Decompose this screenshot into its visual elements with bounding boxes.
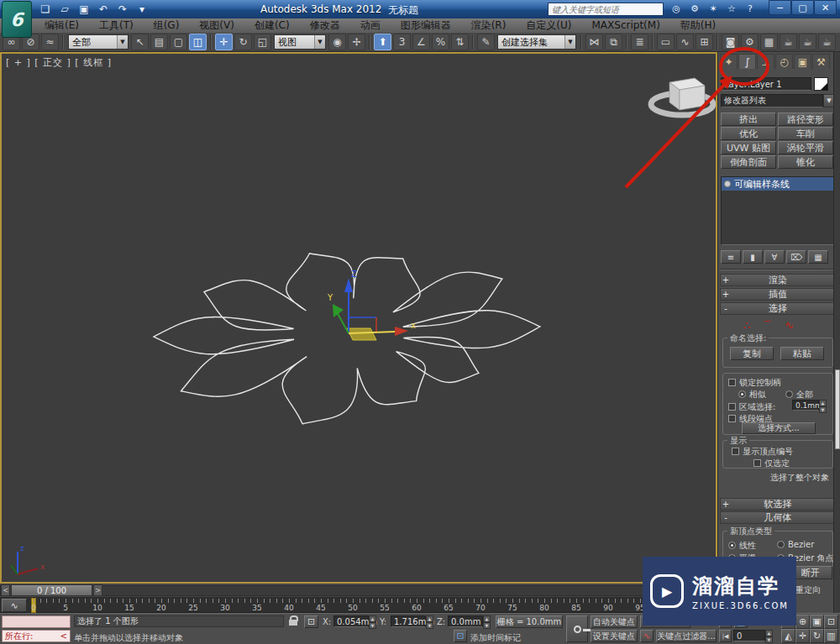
modifier-button[interactable]: 路径变形: [778, 113, 833, 126]
y-coordinate-field[interactable]: 1.716mm: [391, 615, 426, 627]
render-iterative-button[interactable]: ☕: [799, 34, 816, 50]
use-pivot-point-center-button[interactable]: ◉: [328, 34, 346, 50]
layer-manager-button[interactable]: ≣: [631, 34, 648, 50]
reference-coordinate-system-dropdown[interactable]: 视图▼: [274, 34, 326, 50]
stack-item-editable-spline[interactable]: 可编辑样条线: [722, 177, 834, 191]
new-key-tangent-icon[interactable]: ∿: [640, 630, 654, 642]
lock-handles-checkbox[interactable]: 锁定控制柄: [728, 377, 781, 389]
all-radio[interactable]: 全部: [785, 389, 813, 401]
infocenter-search-input[interactable]: [548, 3, 664, 16]
select-and-scale-button[interactable]: ◱: [254, 34, 271, 50]
edit-named-selection-sets-button[interactable]: ✎: [477, 34, 495, 50]
frame-spinner[interactable]: ▲▼: [765, 630, 773, 641]
graphite-ribbon-toggle[interactable]: ▭: [657, 34, 675, 50]
select-and-manipulate-button[interactable]: ✢: [348, 34, 365, 50]
tab-display[interactable]: ▣: [794, 54, 811, 69]
go-to-start-button[interactable]: |◀: [719, 630, 732, 642]
tab-utilities[interactable]: ⚒: [812, 54, 830, 69]
area-selection-checkbox[interactable]: 区域选择:: [728, 401, 775, 413]
layer-name-field[interactable]: Layer:Layer 1: [721, 77, 811, 91]
rollout-geometry[interactable]: -几何体: [720, 511, 836, 524]
auto-key-button[interactable]: 自动关键点: [591, 615, 638, 628]
modifier-button[interactable]: UVW 贴图: [721, 141, 776, 154]
menu-edit[interactable]: 编辑(E): [35, 18, 88, 34]
x-spinner[interactable]: ▲▼: [369, 615, 376, 627]
vt-bezier-radio[interactable]: Bezier: [777, 540, 814, 549]
align-button[interactable]: ⧉: [605, 34, 622, 50]
rollout-selection[interactable]: -选择: [720, 302, 836, 315]
rollout-soft-selection[interactable]: +软选择: [720, 498, 836, 510]
selected-only-checkbox[interactable]: 仅选定: [753, 458, 790, 469]
viewcube-right-face[interactable]: [680, 86, 705, 110]
rendered-frame-window-button[interactable]: ▦: [760, 34, 778, 50]
remove-modifier-button[interactable]: ⌦: [786, 250, 806, 264]
spline-subobject-button[interactable]: ∿: [785, 319, 794, 334]
maxscript-listener-line[interactable]: 所在行:<: [2, 630, 71, 642]
search-icon[interactable]: ◎: [669, 2, 684, 16]
previous-frame-button[interactable]: <: [1, 584, 10, 596]
menu-rendering[interactable]: 渲染(R): [462, 18, 516, 34]
menu-customize[interactable]: 自定义(U): [517, 18, 580, 34]
area-selection-spinner[interactable]: ▲▼: [819, 400, 827, 411]
viewport[interactable]: [ + ] [ 正交 ] [ 线框 ] Z Y x z x: [0, 52, 717, 584]
modifier-stack[interactable]: 可编辑样条线: [721, 176, 835, 245]
paste-button[interactable]: 粘贴: [780, 347, 824, 360]
spline-shape[interactable]: [154, 254, 540, 424]
subscription-icon[interactable]: ⚙: [687, 2, 702, 16]
curve-editor-button[interactable]: ∿: [676, 34, 694, 50]
z-coordinate-field[interactable]: 0.0mm: [448, 615, 483, 627]
modifier-button[interactable]: 车削: [778, 127, 833, 140]
tab-modify[interactable]: ∫: [738, 54, 756, 69]
close-button[interactable]: ✕: [814, 0, 837, 15]
configure-modifier-sets-button[interactable]: ▦: [808, 250, 828, 264]
select-and-move-button[interactable]: ✛: [215, 34, 233, 50]
field-of-view-button[interactable]: ◭: [781, 629, 795, 643]
favorites-star-icon[interactable]: ☆: [724, 2, 739, 16]
modifier-button[interactable]: 涡轮平滑: [778, 141, 833, 154]
select-by-button[interactable]: 选择方式...: [742, 422, 816, 434]
panel-scrollbar[interactable]: [833, 52, 840, 614]
next-frame-button[interactable]: >: [93, 584, 102, 596]
render-production-button[interactable]: ☕: [780, 34, 797, 50]
area-selection-value[interactable]: 0.1mm: [792, 400, 819, 411]
chevron-down-icon[interactable]: ▼: [314, 35, 325, 49]
select-and-rotate-button[interactable]: ↻: [234, 34, 252, 50]
chevron-down-icon[interactable]: ▼: [117, 35, 128, 49]
rollout-interpolation[interactable]: +插值: [720, 288, 836, 301]
add-time-tag[interactable]: 添加时间标记: [470, 632, 521, 644]
modifier-button[interactable]: 倒角剖面: [721, 155, 776, 169]
snaps-toggle-3d[interactable]: 3: [393, 34, 411, 50]
make-unique-button[interactable]: ∀: [764, 250, 785, 264]
mirror-button[interactable]: ⋈: [585, 34, 603, 50]
pin-stack-button[interactable]: ≡: [721, 250, 741, 264]
keyboard-shortcut-override-toggle[interactable]: ⬆: [374, 34, 391, 50]
maximize-button[interactable]: ▢: [791, 0, 814, 15]
schematic-view-button[interactable]: ⊞: [696, 34, 713, 50]
redo-button[interactable]: ↷: [114, 2, 131, 16]
tab-motion[interactable]: ◴: [775, 54, 793, 69]
menu-tools[interactable]: 工具(T): [90, 18, 143, 34]
menu-maxscript[interactable]: MAXScript(M): [583, 18, 669, 32]
visibility-bulb-icon[interactable]: [724, 181, 731, 187]
gizmo-xy-plane[interactable]: [347, 328, 376, 340]
zoom-all-button[interactable]: ⊕: [795, 615, 810, 629]
rectangular-selection-region-button[interactable]: ▢: [170, 34, 187, 50]
x-coordinate-field[interactable]: 0.054mm: [333, 615, 369, 627]
render-setup-button[interactable]: ⚙: [741, 34, 759, 50]
y-spinner[interactable]: ▲▼: [426, 615, 433, 627]
bind-to-space-warp-button[interactable]: ≈: [41, 34, 59, 50]
help-icon[interactable]: ?: [743, 2, 758, 16]
selection-filter-dropdown[interactable]: 全部▼: [68, 34, 129, 50]
time-slider-handle[interactable]: 0 / 100: [11, 584, 92, 596]
material-editor-button[interactable]: ◙: [722, 34, 739, 50]
select-object-button[interactable]: ↖: [131, 34, 149, 50]
percent-snap-toggle[interactable]: %: [432, 34, 449, 50]
quick-access-options[interactable]: ▾: [134, 2, 150, 16]
modifier-button[interactable]: 优化: [721, 127, 776, 140]
time-tag-icon[interactable]: ⊡: [454, 630, 467, 642]
named-selection-sets-dropdown[interactable]: 创建选择集▼: [497, 34, 576, 50]
save-file-button[interactable]: ▣: [76, 2, 92, 16]
communication-center-icon[interactable]: ✶: [706, 2, 721, 16]
modifier-button[interactable]: 挤出: [721, 113, 776, 126]
menu-views[interactable]: 视图(V): [190, 18, 244, 34]
